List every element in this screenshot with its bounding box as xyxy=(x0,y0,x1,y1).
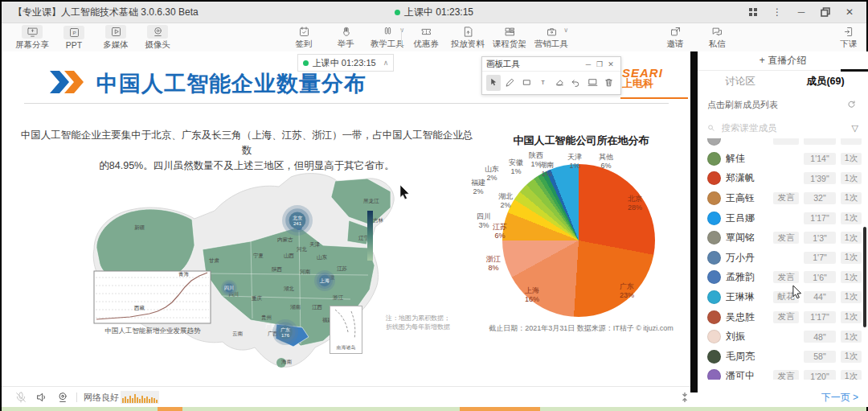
toolbar-label: 签到 xyxy=(296,39,313,50)
member-row[interactable]: 毛周亮58"1次 xyxy=(698,347,868,367)
toolbar-camera[interactable]: 摄像头 xyxy=(137,23,178,51)
member-row[interactable]: 万小丹1'7"1次 xyxy=(698,248,868,268)
trash-tool[interactable] xyxy=(602,75,616,91)
text-tool[interactable]: T xyxy=(536,75,551,91)
member-list: 解佳1'14"1次郑潇帆1'39"1次王高钰发言32"1次王吕娜1'17"1次覃… xyxy=(698,138,868,380)
toolbar-shelf[interactable]: 课程货架 xyxy=(489,23,530,51)
member-row[interactable]: 刘振48"1次 xyxy=(698,327,868,347)
next-page-link[interactable]: 下一页 > xyxy=(821,391,858,405)
pencil-icon xyxy=(505,77,515,88)
toolbar-check-in[interactable]: 签到 xyxy=(283,23,325,51)
refresh-members-button[interactable]: 点击刷新成员列表 xyxy=(698,95,868,114)
toolbar-label: 投放资料 xyxy=(451,39,485,50)
pie-label-其他: 其他6% xyxy=(599,153,613,171)
toolbar-coupon[interactable]: 优惠券 xyxy=(405,23,447,51)
material-icon xyxy=(458,25,477,38)
toolbar-dm[interactable]: 私信 xyxy=(696,23,738,51)
search-input[interactable] xyxy=(720,122,847,134)
member-name: 覃闻铭 xyxy=(726,231,768,245)
toolbar-teach-tools[interactable]: ∨教学工具 xyxy=(366,23,408,51)
panel-close-icon[interactable]: ✕ xyxy=(605,60,616,68)
collapse-icon[interactable] xyxy=(679,392,690,406)
chevron-up-icon: ∧ xyxy=(383,59,389,67)
restore-button[interactable] xyxy=(815,3,836,21)
member-row[interactable]: 吴忠胜发言1'17"1次 xyxy=(698,307,868,327)
speaker-icon[interactable] xyxy=(35,391,48,404)
province-label: 湖南 xyxy=(290,304,301,310)
refresh-icon xyxy=(846,100,857,110)
member-count-badge: 1次 xyxy=(841,192,862,204)
member-row[interactable]: 解佳1'14"1次 xyxy=(698,149,868,169)
toolbar-media[interactable]: 多媒体 xyxy=(95,23,137,51)
toolbar-marketing[interactable]: ∨营销工具 xyxy=(530,23,572,51)
province-label: 江苏 xyxy=(337,265,348,272)
svg-text:T: T xyxy=(541,79,545,86)
member-row[interactable]: 郑潇帆1'39"1次 xyxy=(698,169,868,189)
toolbar-material[interactable]: 投放资料 xyxy=(447,23,489,51)
network-status: 网络良好 xyxy=(84,392,119,404)
member-action-badge: 发言 xyxy=(773,311,799,323)
member-row[interactable] xyxy=(698,138,868,149)
toolbar-screen-share[interactable]: 屏幕分享 xyxy=(11,23,53,51)
presentation-canvas[interactable]: 上课中 01:23:15 ∧ 画板工具 ─ ❐ ✕ T SEARI 上电科 中国… xyxy=(2,51,690,386)
mouse-cursor xyxy=(399,185,413,199)
filter-icon[interactable]: ▽ xyxy=(852,123,858,134)
toolbar-label: PPT xyxy=(66,40,82,50)
more-menu-icon[interactable]: ⋮ xyxy=(767,3,788,21)
member-count-badge: 1次 xyxy=(841,153,862,165)
cursor-tool[interactable] xyxy=(486,75,501,91)
member-name: 万小丹 xyxy=(726,251,768,265)
pencil-tool[interactable] xyxy=(503,75,518,91)
avatar xyxy=(707,138,721,146)
toolbar-raise-hand[interactable]: 举手 xyxy=(325,23,366,51)
member-row[interactable]: 王吕娜1'17"1次 xyxy=(698,208,868,228)
toolbar-ppt[interactable]: PPPT xyxy=(53,23,95,51)
member-count-badge: 1次 xyxy=(841,172,862,184)
member-row[interactable]: 覃闻铭发言1'3"1次 xyxy=(698,228,868,248)
member-name: 吴忠胜 xyxy=(726,310,768,324)
member-duration-badge: 1'7" xyxy=(804,252,836,264)
pie-chart-footer: 截止日期：2021年3月31日 数据来源：IT桔子 © itjuzi.com xyxy=(472,323,690,334)
marketing-icon: ∨ xyxy=(542,25,561,38)
member-duration-badge: 1'17" xyxy=(804,311,836,323)
member-name: 王吕娜 xyxy=(726,212,768,225)
minimize-button[interactable]: ─ xyxy=(791,3,812,21)
rectangle-tool[interactable] xyxy=(519,75,534,91)
webcam-icon[interactable] xyxy=(56,391,69,404)
sidebar-scrollbar[interactable] xyxy=(863,227,866,327)
undo-tool[interactable] xyxy=(569,75,583,91)
svg-text:北京: 北京 xyxy=(293,215,302,221)
toolbar-label: 多媒体 xyxy=(103,39,129,51)
toolbar-end-class[interactable]: 下课 xyxy=(828,23,868,51)
dm-icon xyxy=(707,25,727,38)
tab-discussion[interactable]: 讨论区 xyxy=(698,71,783,92)
panel-minimize-icon[interactable]: ─ xyxy=(583,60,594,68)
member-row[interactable]: 王高钰发言32"1次 xyxy=(698,188,868,208)
eraser-tool[interactable] xyxy=(552,75,567,91)
layout-grid-icon[interactable] xyxy=(743,3,764,21)
member-count-badge: 1次 xyxy=(841,370,862,380)
toolbar-label: 屏幕分享 xyxy=(15,39,49,51)
member-row[interactable]: 王琳琳献花44"1次 xyxy=(698,287,868,307)
province-label: 陕西 xyxy=(272,266,283,272)
pie-label-北京: 北京28% xyxy=(628,195,642,212)
svg-text:241: 241 xyxy=(293,221,302,226)
province-label: 吉林 xyxy=(373,217,384,224)
avatar xyxy=(707,310,721,324)
toolbar-invite[interactable]: 邀请 xyxy=(654,23,696,51)
whiteboard-tool[interactable] xyxy=(585,75,600,91)
member-count-badge: 1次 xyxy=(841,311,862,323)
pie-label-安徽: 安徽1% xyxy=(509,158,523,176)
panel-maximize-icon[interactable]: ❐ xyxy=(594,60,605,68)
microphone-muted-icon[interactable] xyxy=(14,391,27,404)
pie-label-福建: 福建2% xyxy=(471,179,485,196)
tab-members[interactable]: 成员(69) xyxy=(783,71,868,92)
member-row[interactable]: 孟雅韵发言1'6"1次 xyxy=(698,268,868,288)
close-button[interactable]: ✕ xyxy=(839,3,860,21)
member-count-badge: 1次 xyxy=(841,232,862,244)
toolbar-label: 下课 xyxy=(841,39,858,50)
live-intro-button[interactable]: + 直播介绍 xyxy=(698,51,868,71)
member-row[interactable]: 潘可中发言1'20"1次 xyxy=(698,367,868,380)
toolbar-label: 举手 xyxy=(338,39,354,50)
pie-label-山东: 山东2% xyxy=(485,165,499,183)
